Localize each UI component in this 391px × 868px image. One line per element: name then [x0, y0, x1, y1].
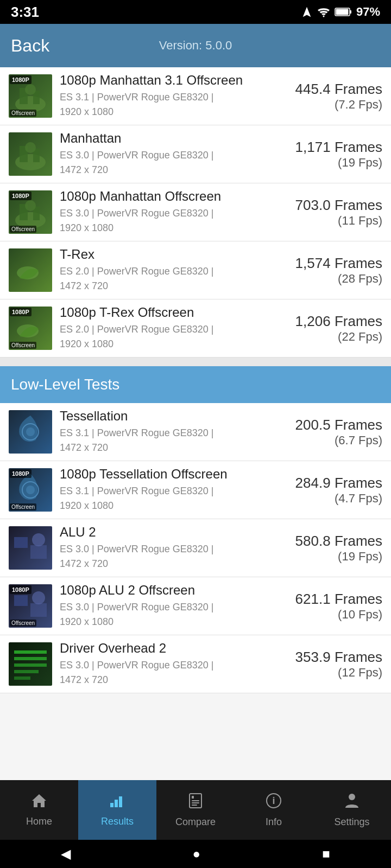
nav-compare[interactable]: Compare	[156, 780, 235, 840]
back-sys-button[interactable]: ◀	[61, 846, 71, 861]
compare-icon	[188, 793, 203, 813]
item-name: Driver Overhead 2	[60, 641, 285, 656]
test-item-tessellation-offscreen[interactable]: 1080POffscreen 1080p Tessellation Offscr…	[0, 461, 391, 519]
test-item-alu2[interactable]: ALU 2 ES 3.0 | PowerVR Rogue GE8320 |147…	[0, 519, 391, 577]
signal-icon	[301, 6, 313, 18]
thumb-manhattan-offscreen: 1080POffscreen	[9, 190, 52, 234]
test-item-trex-offscreen[interactable]: 1080POffscreen 1080p T-Rex Offscreen ES …	[0, 299, 391, 358]
resolution-badge: 1080P	[10, 585, 31, 594]
svg-point-9	[25, 84, 36, 95]
thumb-tessellation-offscreen: 1080POffscreen	[9, 468, 52, 512]
thumb-manhattan-31-offscreen: 1080POffscreen	[9, 74, 52, 118]
offscreen-badge: Offscreen	[10, 226, 36, 233]
item-name: ALU 2	[60, 525, 285, 540]
battery-icon	[335, 7, 352, 17]
item-score-tessellation: 200.5 Frames (6.7 Fps)	[285, 417, 382, 448]
score-frames: 703.0 Frames	[285, 197, 382, 214]
svg-rect-41	[14, 663, 47, 667]
nav-settings-label: Settings	[334, 816, 369, 828]
item-name: 1080p Tessellation Offscreen	[60, 467, 285, 482]
score-fps: (7.2 Fps)	[285, 98, 382, 112]
test-item-manhattan-31-offscreen[interactable]: 1080POffscreen 1080p Manhattan 3.1 Offsc…	[0, 67, 391, 125]
svg-rect-42	[14, 670, 39, 673]
svg-rect-45	[110, 803, 113, 807]
score-fps: (4.7 Fps)	[285, 492, 382, 506]
header: Back Version: 5.0.0	[0, 24, 391, 67]
item-info-alu2: ALU 2 ES 3.0 | PowerVR Rogue GE8320 |147…	[60, 525, 285, 571]
svg-point-19	[25, 200, 36, 211]
score-fps: (10 Fps)	[285, 608, 382, 622]
svg-point-37	[32, 591, 45, 604]
resolution-badge: 1080P	[10, 469, 31, 478]
item-sub: ES 2.0 | PowerVR Rogue GE8320 |1920 x 10…	[60, 322, 285, 352]
svg-rect-39	[14, 650, 47, 654]
item-sub: ES 3.0 | PowerVR Rogue GE8320 |1472 x 72…	[60, 148, 285, 177]
score-fps: (19 Fps)	[285, 156, 382, 170]
item-score-trex: 1,574 Frames (28 Fps)	[285, 255, 382, 286]
test-item-alu2-offscreen[interactable]: 1080POffscreen 1080p ALU 2 Offscreen ES …	[0, 577, 391, 635]
nav-home[interactable]: Home	[0, 780, 78, 840]
results-icon	[109, 793, 125, 813]
offscreen-badge: Offscreen	[10, 620, 36, 627]
test-item-trex[interactable]: T-Rex ES 2.0 | PowerVR Rogue GE8320 |147…	[0, 241, 391, 299]
svg-rect-36	[30, 603, 47, 617]
item-info-manhattan-31-offscreen: 1080p Manhattan 3.1 Offscreen ES 3.1 | P…	[60, 73, 285, 119]
thumb-alu2-offscreen: 1080POffscreen	[9, 584, 52, 628]
svg-point-29	[26, 486, 35, 494]
thumb-tessellation	[9, 410, 52, 454]
nav-results[interactable]: Results	[78, 780, 156, 840]
item-sub: ES 2.0 | PowerVR Rogue GE8320 |1472 x 72…	[60, 264, 285, 293]
svg-rect-43	[14, 676, 30, 680]
svg-point-56	[349, 794, 355, 800]
test-item-manhattan-offscreen[interactable]: 1080POffscreen 1080p Manhattan Offscreen…	[0, 183, 391, 241]
status-time: 3:31	[11, 4, 39, 21]
low-level-title: Low-Level Tests	[11, 376, 119, 393]
svg-rect-53	[192, 805, 197, 806]
score-fps: (11 Fps)	[285, 214, 382, 228]
score-frames: 1,574 Frames	[285, 255, 382, 272]
item-score-tessellation-offscreen: 284.9 Frames (4.7 Fps)	[285, 475, 382, 506]
score-frames: 284.9 Frames	[285, 475, 382, 492]
recents-sys-button[interactable]: ■	[322, 846, 330, 861]
test-item-driver-overhead2[interactable]: Driver Overhead 2 ES 3.0 | PowerVR Rogue…	[0, 635, 391, 693]
item-sub: ES 3.0 | PowerVR Rogue GE8320 |1920 x 10…	[60, 206, 285, 235]
item-sub: ES 3.1 | PowerVR Rogue GE8320 |1920 x 10…	[60, 90, 285, 119]
content-area: 1080POffscreen 1080p Manhattan 3.1 Offsc…	[0, 67, 391, 781]
score-frames: 1,206 Frames	[285, 313, 382, 330]
score-fps: (22 Fps)	[285, 330, 382, 344]
nav-info[interactable]: i Info	[235, 780, 313, 840]
svg-rect-3	[350, 10, 351, 14]
offscreen-badge: Offscreen	[10, 503, 36, 510]
home-icon	[31, 793, 47, 813]
home-sys-button[interactable]: ●	[192, 846, 200, 861]
thumb-trex-offscreen: 1080POffscreen	[9, 307, 52, 350]
thumb-trex	[9, 248, 52, 292]
item-name: 1080p Manhattan 3.1 Offscreen	[60, 73, 285, 88]
item-name: 1080p T-Rex Offscreen	[60, 305, 285, 320]
svg-rect-32	[30, 545, 47, 559]
svg-rect-31	[14, 537, 28, 548]
info-icon: i	[266, 793, 282, 813]
item-score-trex-offscreen: 1,206 Frames (22 Fps)	[285, 313, 382, 344]
svg-point-1	[323, 16, 324, 17]
offscreen-badge: Offscreen	[10, 110, 36, 117]
score-frames: 580.8 Frames	[285, 533, 382, 550]
score-fps: (6.7 Fps)	[285, 433, 382, 448]
svg-rect-52	[192, 802, 199, 803]
item-score-manhattan: 1,171 Frames (19 Fps)	[285, 139, 382, 170]
item-info-trex-offscreen: 1080p T-Rex Offscreen ES 2.0 | PowerVR R…	[60, 305, 285, 352]
test-item-manhattan[interactable]: Manhattan ES 3.0 | PowerVR Rogue GE8320 …	[0, 125, 391, 183]
svg-rect-50	[192, 796, 194, 799]
item-info-driver-overhead2: Driver Overhead 2 ES 3.0 | PowerVR Rogue…	[60, 641, 285, 687]
item-info-manhattan-offscreen: 1080p Manhattan Offscreen ES 3.0 | Power…	[60, 189, 285, 235]
item-score-manhattan-31-offscreen: 445.4 Frames (7.2 Fps)	[285, 81, 382, 112]
item-score-driver-overhead2: 353.9 Frames (12 Fps)	[285, 649, 382, 680]
item-info-tessellation-offscreen: 1080p Tessellation Offscreen ES 3.1 | Po…	[60, 467, 285, 513]
settings-icon	[344, 793, 360, 813]
test-item-tessellation[interactable]: Tessellation ES 3.1 | PowerVR Rogue GE83…	[0, 403, 391, 461]
item-sub: ES 3.0 | PowerVR Rogue GE8320 |1920 x 10…	[60, 600, 285, 629]
nav-settings[interactable]: Settings	[313, 780, 391, 840]
wifi-icon	[317, 7, 330, 17]
item-sub: ES 3.0 | PowerVR Rogue GE8320 |1472 x 72…	[60, 658, 285, 687]
svg-rect-47	[119, 796, 122, 807]
